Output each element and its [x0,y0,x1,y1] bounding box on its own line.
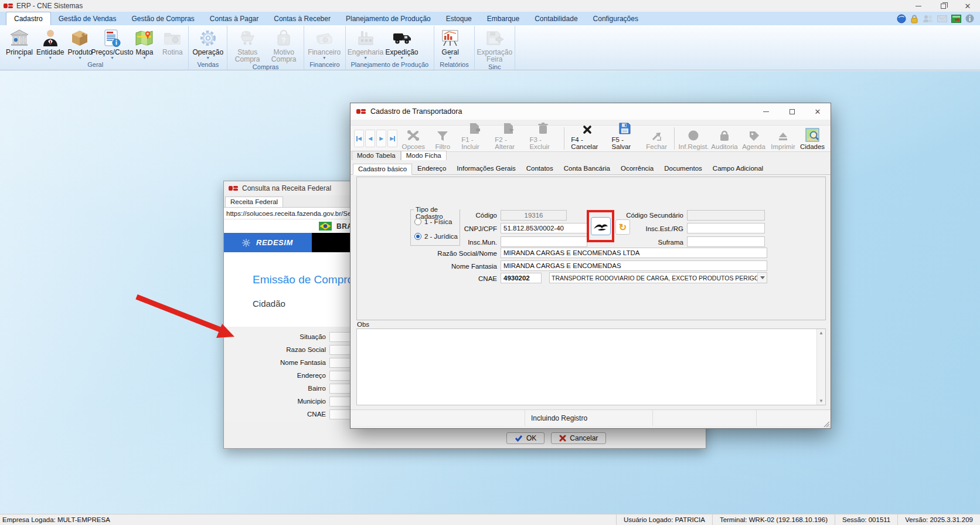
menu-tab-estoque[interactable]: Estoque [438,12,479,25]
ribbon-button-geral-relatorios[interactable]: Geral ▾ [436,26,464,60]
razao-social-input[interactable] [501,248,767,258]
ribbon-button-motivo-compra: ? Motivo Compra [266,26,302,63]
menu-tab-planejamento[interactable]: Planejamento de Produção [338,12,438,25]
tab-receita-federal[interactable]: Receita Federal [225,197,283,207]
toolbar-cidades-button[interactable]: Cidades [798,126,827,151]
x-icon [559,435,566,442]
chevron-down-icon: ▾ [449,56,451,60]
padlock-icon[interactable] [910,14,918,23]
exit-board-icon[interactable] [951,15,961,23]
tab-campo-adicional[interactable]: Campo Adicional [707,163,768,174]
toolbar-button-label: Cidades [800,143,825,150]
dialog-titlebar[interactable]: Cadastro de Transportadora ✕ [351,103,831,120]
tab-modo-ficha[interactable]: Modo Ficha [401,151,447,160]
globe-icon[interactable] [897,14,906,23]
dialog-title: Cadastro de Transportadora [370,107,462,116]
insc-mun-input[interactable] [501,236,587,247]
toolbar-filtro-button: Filtro [428,126,457,151]
scroll-down-icon[interactable]: ▼ [819,398,824,404]
scroll-up-icon[interactable]: ▲ [819,330,824,336]
info-icon[interactable] [965,14,974,23]
chevron-down-icon: ▾ [323,56,325,60]
main-status-bar: Empresa Logada: MULT-EMPRESA Usuário Log… [0,514,980,525]
cnae-code-input[interactable] [501,273,542,283]
menu-tab-cadastro[interactable]: Cadastro [6,12,51,25]
document-add-icon [468,122,481,135]
close-button[interactable]: ✕ [955,0,980,12]
radio-fisica[interactable]: 1 - Física [414,218,452,225]
mail-icon [937,15,947,22]
nav-previous-button[interactable]: ◀ [365,130,375,147]
factory-icon [356,28,375,49]
chevron-down-icon: ▾ [207,56,209,60]
insc-est-input[interactable] [687,223,765,233]
menu-tab-embarque[interactable]: Embarque [479,12,527,25]
box-icon [71,28,89,49]
toolbar-cancelar-button[interactable]: F4 - Cancelar [567,126,607,151]
cadastro-basico-form: Tipo de Cadastro 1 - Física 2 - Jurídica… [356,177,826,320]
dialog-maximize-button[interactable] [779,103,805,120]
tab-endereco[interactable]: Endereço [412,163,451,174]
tab-contatos[interactable]: Contatos [521,163,559,174]
chart-icon [441,28,460,49]
ribbon-button-operacao[interactable]: Operação ▾ [190,26,225,60]
cnpj-input[interactable] [501,223,587,233]
ribbon-button-precos-custo[interactable]: Preços/Custo ▾ [94,26,130,60]
chevron-down-icon: ▾ [143,56,145,60]
ok-button-label: OK [526,434,536,442]
toolbar-button-label: F5 - Salvar [612,136,638,150]
dropdown-button[interactable] [757,273,767,283]
cnae-description-dropdown[interactable]: TRANSPORTE RODOVIARIO DE CARGA, EXCETO P… [549,272,767,283]
field-label-nome-fantasia: Nome Fantasia [224,359,329,366]
obs-scrollbar[interactable]: ▲ ▼ [816,329,825,405]
cnae-label: CNAE [433,275,497,282]
menu-tab-contas-receber[interactable]: Contas à Receber [266,12,338,25]
ribbon-button-produto[interactable]: Produto ▾ [66,26,94,60]
dialog-minimize-button[interactable] [753,103,779,120]
toolbar-imprimir-button: Imprimir [768,126,798,151]
nav-first-button[interactable]: ◀ [354,130,364,147]
ribbon-button-principal[interactable]: Principal ▾ [4,26,35,60]
ribbon-button-label: Status Compra [231,49,264,63]
nav-next-button[interactable]: ▶ [376,130,386,147]
minimize-button[interactable] [906,0,931,12]
map-icon [135,28,154,49]
suframa-input[interactable] [687,236,765,247]
toolbar-salvar-button[interactable]: F5 - Salvar [608,126,642,151]
dialog-close-button[interactable]: ✕ [805,103,831,120]
insc-mun-label: Insc.Mun. [445,239,497,246]
document-edit-icon [502,122,515,135]
receita-window-title: Consulta na Receita Federal [242,184,331,192]
ribbon-button-rotina: Rotina [158,26,186,56]
codigo-secundario-input [687,210,765,221]
tab-informacoes-gerais[interactable]: Informações Gerais [451,163,520,174]
menu-tab-gestao-compras[interactable]: Gestão de Compras [124,12,202,25]
menu-tab-gestao-vendas[interactable]: Gestão de Vendas [51,12,124,25]
cne-logo-icon [4,3,13,9]
restore-button[interactable] [931,0,955,12]
toolbar-opcoes-button: Opcoes [399,126,428,151]
price-document-icon [103,28,121,49]
ribbon-button-expedicao[interactable]: Expedição ▾ [384,26,420,60]
ribbon-button-mapa[interactable]: Mapa ▾ [130,26,158,60]
nav-last-button[interactable]: ▶ [387,130,397,147]
menu-tab-contabilidade[interactable]: Contabilidade [527,12,585,25]
ribbon-button-entidade[interactable]: Entidade ▾ [35,26,66,60]
tab-documentos[interactable]: Documentos [659,163,707,174]
obs-textarea[interactable] [357,329,816,405]
ok-button[interactable]: OK [506,432,545,444]
menu-tab-configuracoes[interactable]: Configurações [586,12,646,25]
codigo-secundario-label: Código Secundário [615,212,683,219]
tab-conta-bancaria[interactable]: Conta Bancária [559,163,615,174]
ribbon-button-status-compra: Status Compra [229,26,266,63]
tab-modo-tabela[interactable]: Modo Tabela [352,151,401,160]
tab-cadastro-basico[interactable]: Cadastro básico [353,164,412,175]
menu-tab-contas-pagar[interactable]: Contas à Pagar [202,12,266,25]
nome-fantasia-input[interactable] [501,260,767,271]
cancelar-button[interactable]: Cancelar [551,432,606,444]
sub-tab-bar: Cadastro básico Endereço Informações Ger… [351,160,831,175]
resize-grip[interactable] [823,421,830,428]
bank-icon [9,28,29,49]
field-label-municipio: Municipio [224,398,329,405]
tab-ocorrencia[interactable]: Ocorrência [615,163,659,174]
